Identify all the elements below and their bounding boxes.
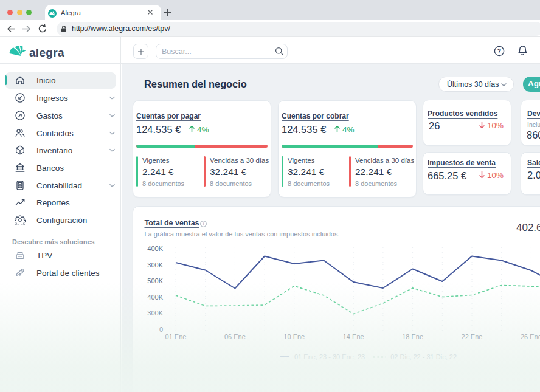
svg-text:14 Ene: 14 Ene	[343, 333, 364, 340]
svg-text:06 Ene: 06 Ene	[224, 333, 246, 340]
svg-text:500K: 500K	[147, 277, 163, 284]
svg-text:?: ?	[497, 47, 501, 55]
svg-text:400K: 400K	[147, 294, 163, 301]
svg-text:26 Ene: 26 Ene	[521, 333, 540, 340]
svg-text:300K: 300K	[147, 261, 163, 269]
svg-text:400K: 400K	[147, 245, 163, 252]
svg-text:0: 0	[159, 326, 163, 333]
svg-text:01 Ene: 01 Ene	[165, 333, 187, 340]
svg-text:300K: 300K	[147, 309, 163, 317]
svg-text:18 Ene: 18 Ene	[402, 333, 423, 340]
svg-text:22 Ene: 22 Ene	[462, 333, 483, 340]
svg-text:10 Ene: 10 Ene	[283, 333, 305, 340]
